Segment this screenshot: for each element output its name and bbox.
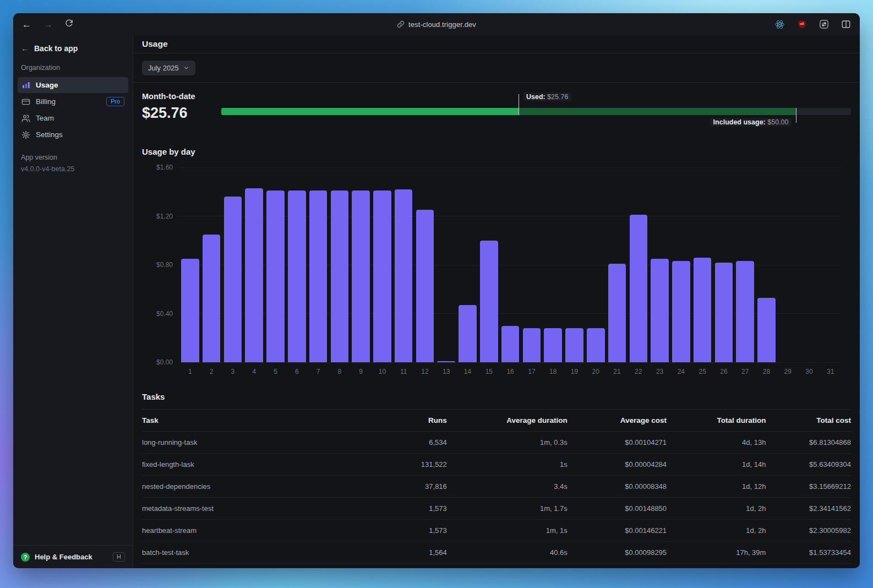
usage-bar-day-24[interactable] xyxy=(672,261,690,362)
bar-chart-icon xyxy=(21,81,30,89)
usage-bar-day-25[interactable] xyxy=(694,258,712,362)
x-axis-tick: 2 xyxy=(201,368,222,375)
help-feedback-button[interactable]: ? Help & Feedback H xyxy=(13,545,133,568)
usage-bar-day-5[interactable] xyxy=(266,190,285,362)
usage-bar-day-14[interactable] xyxy=(459,305,477,362)
table-row: nested-dependencies37,8163.4s$0.00008348… xyxy=(142,476,851,498)
table-cell: 1d, 2h xyxy=(667,498,766,520)
usage-bar-day-4[interactable] xyxy=(245,188,263,362)
usage-bar-day-26[interactable] xyxy=(715,263,733,362)
bar-slot xyxy=(756,167,777,362)
usage-bar-day-12[interactable] xyxy=(416,210,434,362)
page-header: Usage xyxy=(133,35,860,53)
sidebar-item-settings[interactable]: Settings xyxy=(18,127,128,143)
sidebar-item-usage[interactable]: Usage xyxy=(18,77,128,93)
usage-bar-day-13[interactable] xyxy=(437,361,455,362)
table-cell: 1d, 12h xyxy=(667,476,766,498)
bar-slot xyxy=(286,167,308,362)
column-header: Total duration xyxy=(667,410,766,432)
browser-forward-button[interactable]: → xyxy=(43,20,53,29)
app-version: App version v4.0.0-v4-beta.25 xyxy=(13,143,133,173)
tasks-section: Tasks TaskRunsAverage durationAverage co… xyxy=(133,375,860,564)
column-header: Total cost xyxy=(766,410,851,432)
usage-bar-day-15[interactable] xyxy=(480,241,498,362)
usage-bar-day-28[interactable] xyxy=(757,298,776,362)
bar-slot xyxy=(734,167,756,362)
split-view-icon[interactable] xyxy=(841,19,851,29)
app-version-label: App version xyxy=(21,154,125,161)
ublock-origin-icon[interactable]: uO xyxy=(797,19,807,29)
table-cell: heartbeat-stream xyxy=(142,520,369,542)
usage-bar-day-16[interactable] xyxy=(501,326,520,362)
tasks-table-header: TaskRunsAverage durationAverage costTota… xyxy=(142,410,851,432)
table-cell: 4d, 13h xyxy=(667,432,766,454)
usage-bar-day-2[interactable] xyxy=(203,235,221,362)
usage-bar-day-3[interactable] xyxy=(224,197,242,362)
usage-bar-day-20[interactable] xyxy=(587,328,605,362)
usage-bar-day-17[interactable] xyxy=(523,328,541,362)
bar-slot xyxy=(542,167,564,362)
sidebar-item-label: Settings xyxy=(36,130,63,139)
sidebar-item-billing[interactable]: Billing Pro xyxy=(18,94,128,110)
address-bar[interactable]: test-cloud.trigger.dev xyxy=(13,13,860,35)
bar-slot xyxy=(692,167,713,362)
back-to-app-link[interactable]: ← Back to app xyxy=(13,35,133,58)
table-row: metadata-streams-test1,5731m, 1.7s$0.001… xyxy=(142,498,851,520)
bar-slot xyxy=(350,167,372,362)
table-cell: batch-test-task xyxy=(142,542,369,564)
table-cell: 1,564 xyxy=(369,542,447,564)
usage-bar-day-19[interactable] xyxy=(565,328,583,362)
table-cell: 1d, 14h xyxy=(667,454,766,476)
x-axis-tick: 4 xyxy=(243,368,265,375)
x-axis-tick: 7 xyxy=(308,368,329,375)
x-axis-tick: 26 xyxy=(713,368,735,375)
y-axis-tick: $0.80 xyxy=(142,261,173,269)
usage-bar-day-23[interactable] xyxy=(651,259,669,362)
column-header: Average cost xyxy=(568,410,667,432)
table-row: batch-test-task1,56440.6s$0.0009829517h,… xyxy=(142,542,851,564)
browser-back-button[interactable]: ← xyxy=(22,20,31,29)
tune-extension-icon[interactable] xyxy=(819,19,829,29)
table-row: fixed-length-lask131,5221s$0.000042841d,… xyxy=(142,454,851,476)
table-cell: fixed-length-lask xyxy=(142,454,369,476)
usage-bar-day-11[interactable] xyxy=(395,189,413,362)
x-axis-tick: 6 xyxy=(286,368,308,375)
usage-bar-day-10[interactable] xyxy=(373,190,391,362)
included-marker xyxy=(796,108,796,123)
usage-bar-day-7[interactable] xyxy=(309,190,328,362)
usage-bar-day-1[interactable] xyxy=(181,259,199,362)
x-axis-tick: 3 xyxy=(222,368,244,375)
usage-bar-day-18[interactable] xyxy=(544,328,562,362)
x-axis-tick: 12 xyxy=(414,368,436,375)
table-cell: 1,573 xyxy=(369,498,447,520)
organization-section-label: Organization xyxy=(13,58,133,74)
usage-bar-day-27[interactable] xyxy=(736,261,754,362)
usage-bar-day-8[interactable] xyxy=(331,190,349,362)
x-axis-tick: 28 xyxy=(756,368,777,375)
sidebar-item-team[interactable]: Team xyxy=(18,110,128,126)
table-cell: $2.30005982 xyxy=(766,520,851,542)
sidebar: ← Back to app Organization Usage Billing… xyxy=(13,35,133,568)
table-cell: 1s xyxy=(447,454,568,476)
filter-row: July 2025 xyxy=(133,53,860,83)
bar-slot xyxy=(478,167,500,362)
month-select[interactable]: July 2025 xyxy=(142,61,195,75)
usage-bar-day-9[interactable] xyxy=(352,190,370,362)
table-cell: 17h, 39m xyxy=(667,542,766,564)
table-cell: nested-dependencies xyxy=(142,476,369,498)
browser-reload-button[interactable] xyxy=(65,19,73,29)
bar-slot xyxy=(777,167,799,362)
chart-bars xyxy=(179,167,841,362)
usage-bar-day-22[interactable] xyxy=(630,215,648,362)
table-cell: 40.6s xyxy=(447,542,568,564)
react-devtools-icon[interactable] xyxy=(774,19,785,30)
month-to-date-section: Month-to-date $25.76 Used: $25.76 xyxy=(133,83,860,133)
usage-bar-day-6[interactable] xyxy=(288,190,306,362)
usage-by-day-section: Usage by day $0.00$0.40$0.80$1.20$1.60 1… xyxy=(133,133,860,375)
usage-bar-day-21[interactable] xyxy=(608,264,626,362)
usage-progress-bar xyxy=(221,108,851,115)
x-axis-tick: 23 xyxy=(649,368,670,375)
included-usage-label: Included usage: $50.00 xyxy=(710,118,792,127)
table-cell: 1m, 1s xyxy=(447,520,568,542)
x-axis-tick: 18 xyxy=(542,368,564,375)
